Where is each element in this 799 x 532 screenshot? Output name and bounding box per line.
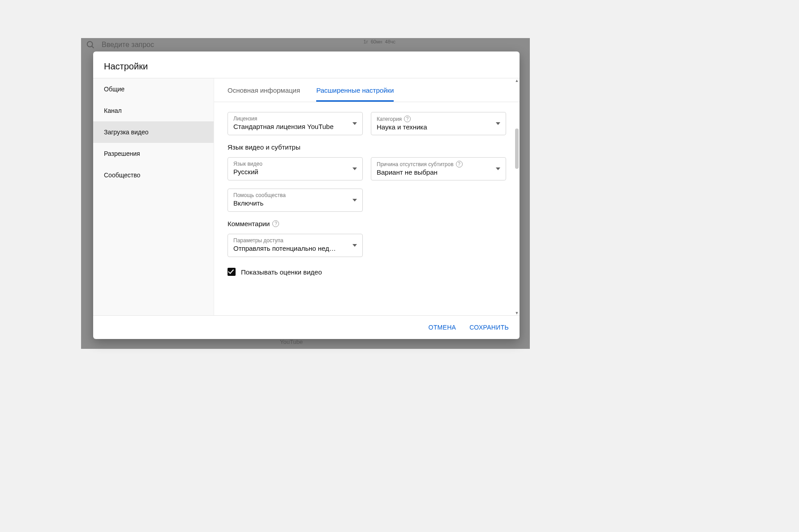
- show-ratings-label: Показывать оценки видео: [241, 268, 322, 276]
- help-icon[interactable]: ?: [272, 220, 279, 227]
- section-comments: Комментарии ?: [228, 220, 506, 227]
- sidebar-item-permissions[interactable]: Разрешения: [93, 143, 214, 164]
- content-tabs: Основная информация Расширенные настройк…: [214, 78, 520, 102]
- tab-advanced[interactable]: Расширенные настройки: [316, 78, 394, 102]
- comment-access-select[interactable]: Параметры доступа Отправлять потенциальн…: [228, 234, 363, 257]
- caption-reason-select[interactable]: Причина отсутствия субтитров? Вариант не…: [371, 157, 506, 180]
- show-ratings-checkbox[interactable]: [228, 268, 236, 276]
- scroll-up-icon[interactable]: ▲: [514, 78, 520, 83]
- license-value: Стандартная лицензия YouTube: [233, 123, 357, 130]
- community-help-value: Включить: [233, 199, 357, 207]
- settings-content: Основная информация Расширенные настройк…: [214, 78, 520, 315]
- sidebar-item-community[interactable]: Сообщество: [93, 164, 214, 186]
- scroll-down-icon[interactable]: ▼: [514, 311, 520, 315]
- tab-basic-info[interactable]: Основная информация: [228, 78, 300, 102]
- license-label: Лицензия: [233, 116, 357, 122]
- chevron-down-icon: [352, 199, 357, 202]
- caption-reason-label: Причина отсутствия субтитров: [377, 161, 454, 167]
- advanced-panel: Лицензия Стандартная лицензия YouTube Ка…: [214, 102, 520, 315]
- show-ratings-row[interactable]: Показывать оценки видео: [228, 265, 506, 276]
- bg-top-stats: 1г 60мн 48чс: [364, 39, 395, 44]
- bg-search: Введите запрос: [86, 40, 154, 50]
- section-language: Язык видео и субтитры: [228, 143, 506, 151]
- bg-search-text: Введите запрос: [102, 41, 154, 49]
- search-icon: [86, 40, 95, 50]
- chevron-down-icon: [496, 122, 500, 125]
- modal-title: Настройки: [93, 51, 520, 78]
- modal-footer: ОТМЕНА СОХРАНИТЬ: [93, 315, 520, 339]
- video-language-value: Русский: [233, 168, 357, 176]
- community-help-label: Помощь сообщества: [233, 192, 357, 198]
- sidebar-item-upload[interactable]: Загрузка видео: [93, 121, 214, 143]
- video-language-select[interactable]: Язык видео Русский: [228, 157, 363, 180]
- community-help-select[interactable]: Помощь сообщества Включить: [228, 189, 363, 212]
- license-select[interactable]: Лицензия Стандартная лицензия YouTube: [228, 112, 363, 135]
- category-label: Категория: [377, 116, 402, 122]
- comment-access-value: Отправлять потенциально нед…: [233, 245, 357, 252]
- category-select[interactable]: Категория? Наука и техника: [371, 112, 506, 135]
- chevron-down-icon: [352, 167, 357, 170]
- content-scrollbar[interactable]: ▲ ▼: [515, 79, 519, 314]
- help-icon[interactable]: ?: [404, 116, 411, 122]
- scrollbar-thumb[interactable]: [515, 129, 519, 169]
- chevron-down-icon: [496, 167, 500, 170]
- chevron-down-icon: [352, 122, 357, 125]
- bg-youtube-text: YouTube: [280, 339, 303, 345]
- settings-modal: Настройки Общие Канал Загрузка видео Раз…: [93, 51, 520, 339]
- settings-sidebar: Общие Канал Загрузка видео Разрешения Со…: [93, 78, 214, 315]
- category-value: Наука и техника: [377, 123, 500, 131]
- sidebar-item-channel[interactable]: Канал: [93, 100, 214, 121]
- save-button[interactable]: СОХРАНИТЬ: [468, 320, 511, 335]
- sidebar-item-general[interactable]: Общие: [93, 78, 214, 100]
- svg-line-1: [92, 46, 94, 48]
- caption-reason-value: Вариант не выбран: [377, 168, 500, 176]
- cancel-button[interactable]: ОТМЕНА: [427, 320, 458, 335]
- help-icon[interactable]: ?: [456, 161, 463, 167]
- chevron-down-icon: [352, 244, 357, 247]
- comment-access-label: Параметры доступа: [233, 237, 357, 244]
- video-language-label: Язык видео: [233, 161, 357, 167]
